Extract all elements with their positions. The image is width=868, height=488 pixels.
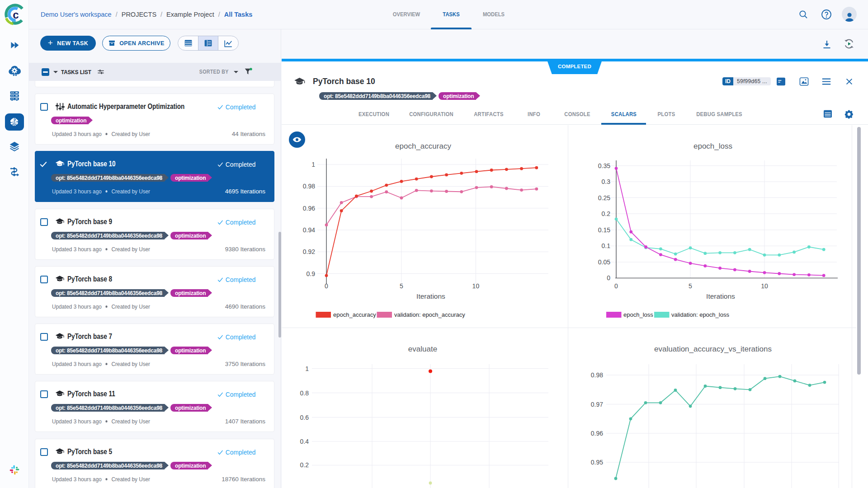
svg-text:0.94: 0.94 bbox=[303, 226, 315, 234]
svg-text:validation: epoch_accuracy: validation: epoch_accuracy bbox=[394, 311, 465, 318]
svg-text:10: 10 bbox=[472, 282, 480, 290]
svg-text:0.98: 0.98 bbox=[591, 371, 603, 379]
svg-text:0.95: 0.95 bbox=[591, 459, 603, 466]
svg-text:evaluation_accuracy_vs_iterati: evaluation_accuracy_vs_iterations bbox=[654, 345, 772, 353]
svg-text:0.1: 0.1 bbox=[602, 242, 611, 249]
svg-text:0.3: 0.3 bbox=[602, 178, 611, 185]
svg-text:Iterations: Iterations bbox=[706, 292, 735, 300]
svg-text:0.92: 0.92 bbox=[303, 248, 315, 255]
svg-text:0.15: 0.15 bbox=[598, 226, 610, 234]
svg-text:0.97: 0.97 bbox=[591, 401, 603, 408]
svg-text:0.2: 0.2 bbox=[602, 210, 611, 217]
svg-text:0: 0 bbox=[325, 282, 328, 290]
svg-text:epoch_loss: epoch_loss bbox=[693, 142, 732, 150]
svg-text:0.8: 0.8 bbox=[300, 389, 309, 397]
svg-text:c: c bbox=[13, 9, 19, 21]
svg-text:0.35: 0.35 bbox=[598, 162, 610, 169]
svg-text:5: 5 bbox=[400, 282, 403, 290]
svg-text:0.98: 0.98 bbox=[303, 183, 315, 190]
svg-text:5: 5 bbox=[689, 282, 692, 290]
svg-text:0.25: 0.25 bbox=[598, 194, 610, 202]
svg-text:1: 1 bbox=[311, 161, 315, 168]
svg-text:10: 10 bbox=[761, 282, 768, 290]
svg-text:0.2: 0.2 bbox=[300, 461, 309, 469]
svg-text:0.9: 0.9 bbox=[307, 270, 316, 277]
svg-text:evaluate: evaluate bbox=[408, 345, 437, 353]
svg-text:Iterations: Iterations bbox=[416, 292, 445, 300]
svg-text:epoch_loss: epoch_loss bbox=[623, 311, 653, 318]
svg-text:0.6: 0.6 bbox=[300, 414, 309, 421]
svg-text:0.96: 0.96 bbox=[303, 205, 315, 212]
svg-text:1: 1 bbox=[305, 365, 309, 372]
svg-text:0.4: 0.4 bbox=[300, 438, 309, 445]
svg-text:epoch_accuracy: epoch_accuracy bbox=[395, 142, 451, 150]
svg-text:0.05: 0.05 bbox=[598, 258, 610, 266]
svg-text:0: 0 bbox=[607, 274, 610, 282]
svg-text:epoch_accuracy: epoch_accuracy bbox=[333, 311, 376, 318]
svg-text:0: 0 bbox=[614, 282, 618, 290]
svg-text:0.96: 0.96 bbox=[591, 430, 603, 437]
svg-text:validation: epoch_loss: validation: epoch_loss bbox=[671, 311, 729, 318]
